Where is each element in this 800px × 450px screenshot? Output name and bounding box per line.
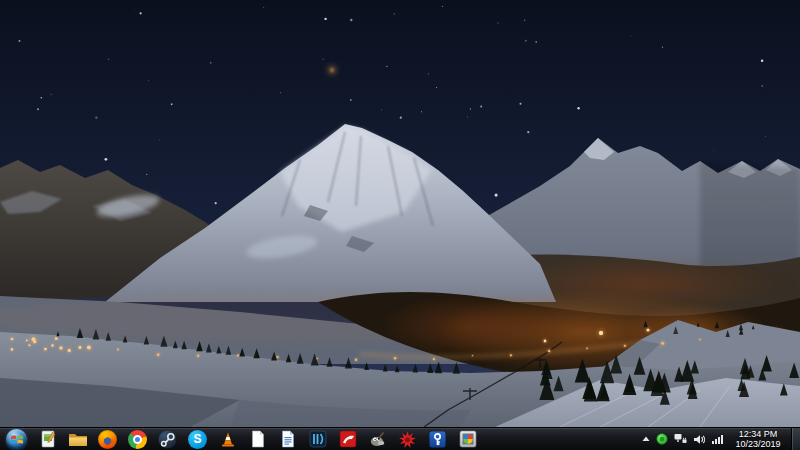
taskbar-app-firefox[interactable] — [94, 428, 121, 450]
vlc-cone-icon — [219, 431, 237, 448]
taskbar-app-gimp[interactable] — [364, 428, 391, 450]
taskbar-app-writer-document[interactable] — [274, 428, 301, 450]
system-tray: 12:34 PM 10/23/2019 — [642, 428, 800, 450]
show-hidden-icons-button[interactable] — [642, 436, 650, 442]
document-icon — [250, 430, 265, 448]
paint-splatter-icon — [398, 430, 417, 449]
tray-status-green[interactable] — [656, 433, 668, 445]
steam-icon — [158, 430, 177, 449]
signal-bars-icon — [712, 434, 725, 444]
chrome-icon — [128, 430, 147, 449]
taskbar-app-paint-splatter[interactable] — [394, 428, 421, 450]
skype-icon: S — [188, 430, 207, 449]
network-icon — [674, 433, 687, 445]
image-editor-icon — [40, 430, 56, 448]
taskbar-app-sketchup[interactable] — [334, 428, 361, 450]
show-desktop-button[interactable] — [791, 428, 800, 450]
media-app-icon — [309, 430, 327, 448]
tray-volume[interactable] — [693, 434, 706, 445]
text-lines-document-icon — [280, 430, 295, 448]
taskbar-app-steam[interactable] — [154, 428, 181, 450]
tray-network[interactable] — [674, 433, 687, 445]
windows-logo-icon — [6, 429, 27, 450]
photo-viewer-icon — [459, 430, 477, 448]
taskbar-pinned-apps: S — [34, 428, 481, 450]
taskbar-app-photo-viewer[interactable] — [454, 428, 481, 450]
taskbar: S — [0, 427, 800, 450]
sketchup-icon — [339, 430, 357, 448]
taskbar-app-skype[interactable]: S — [184, 428, 211, 450]
taskbar-app-media[interactable] — [304, 428, 331, 450]
tray-signal[interactable] — [712, 434, 725, 444]
clock-date: 10/23/2019 — [735, 439, 780, 450]
taskbar-clock[interactable]: 12:34 PM 10/23/2019 — [731, 429, 785, 450]
chevron-up-icon — [642, 436, 650, 442]
taskbar-app-vlc[interactable] — [214, 428, 241, 450]
clock-time: 12:34 PM — [739, 429, 778, 440]
wallpaper-image — [0, 0, 800, 427]
start-button[interactable] — [2, 428, 31, 450]
taskbar-app-text-document[interactable] — [244, 428, 271, 450]
taskbar-app-image-editor[interactable] — [34, 428, 61, 450]
taskbar-app-file-explorer[interactable] — [64, 428, 91, 450]
taskbar-app-chrome[interactable] — [124, 428, 151, 450]
folder-icon — [68, 431, 88, 447]
green-status-icon — [656, 433, 668, 445]
gimp-icon — [368, 430, 387, 448]
desktop[interactable]: S — [0, 0, 800, 450]
speaker-icon — [693, 434, 706, 445]
firefox-icon — [98, 430, 117, 449]
taskbar-app-keepass[interactable] — [424, 428, 451, 450]
key-icon — [429, 431, 446, 448]
